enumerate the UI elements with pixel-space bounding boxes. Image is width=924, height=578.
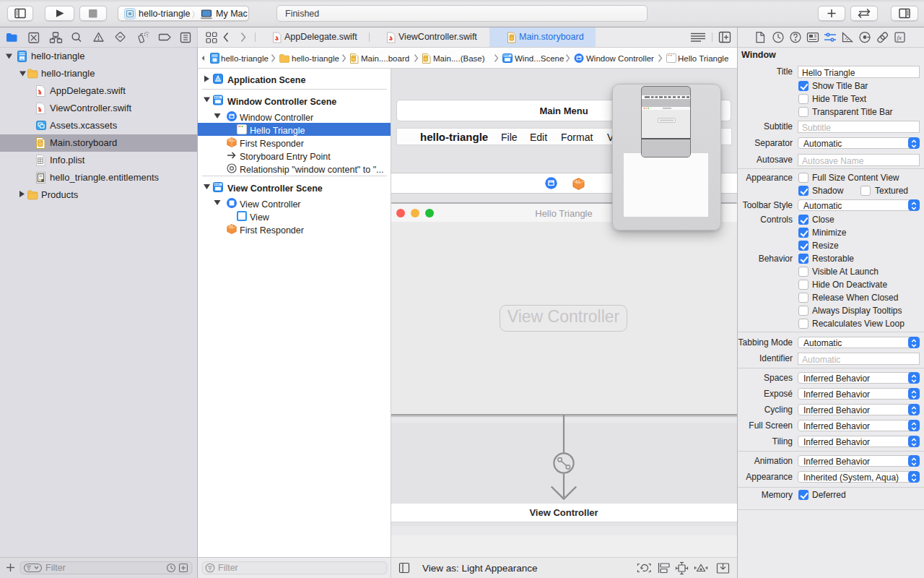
svg-text:b1: b1	[230, 138, 234, 142]
svg-text:Filter: Filter	[45, 563, 66, 573]
svg-text:fx: fx	[897, 34, 902, 41]
svg-text:b1: b1	[230, 225, 234, 228]
svg-text:View as: Light Appearance: View as: Light Appearance	[422, 563, 538, 574]
svg-text:Filter: Filter	[218, 563, 238, 573]
svg-text:b1: b1	[576, 179, 580, 184]
